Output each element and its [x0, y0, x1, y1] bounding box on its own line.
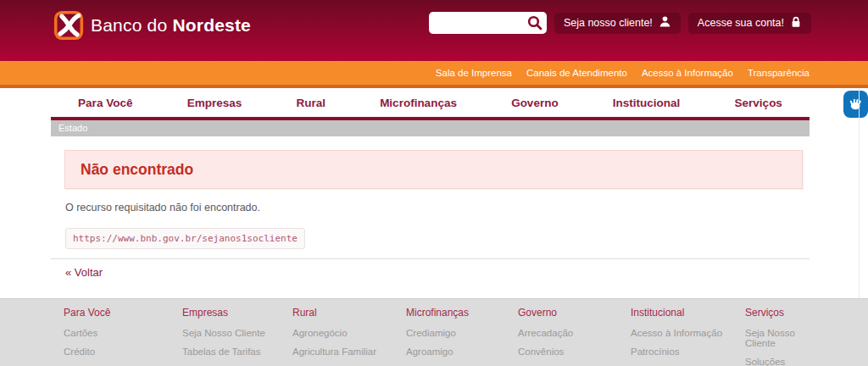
footer-link[interactable]: Patrocínios: [631, 347, 745, 357]
logo-text: Banco do Nordeste: [91, 15, 251, 36]
error-alert: Não encontrado: [64, 150, 803, 189]
utility-bar: Sala de Imprensa Canais de Atendimento A…: [0, 61, 868, 88]
footer-link[interactable]: Soluções Digitais: [745, 357, 810, 366]
footer-col-title[interactable]: Microfinanças: [406, 307, 518, 319]
nav-empresas[interactable]: Empresas: [187, 97, 242, 109]
nav-microfinancas[interactable]: Microfinanças: [380, 97, 457, 109]
footer-link[interactable]: Acesso à Informação: [631, 328, 745, 338]
footer-link[interactable]: Crediamigo: [406, 328, 518, 338]
error-message: O recurso requisitado não foi encontrado…: [65, 202, 260, 214]
footer-col-para-voce: Para Você Cartões Crédito Financiamento …: [64, 307, 182, 366]
requested-url: https://www.bnb.gov.br/sejanos1socliente: [65, 228, 305, 249]
utility-links: Sala de Imprensa Canais de Atendimento A…: [436, 68, 810, 78]
back-link[interactable]: « Voltar: [65, 266, 103, 279]
content-right-border: [859, 88, 860, 298]
footer-link[interactable]: Cartões: [64, 328, 182, 338]
footer-col-empresas: Empresas Seja Nosso Cliente Tabelas de T…: [182, 307, 292, 366]
bnb-error-page: Banco do Nordeste Seja nosso cliente! Ac…: [0, 0, 868, 366]
site-footer: Para Você Cartões Crédito Financiamento …: [0, 298, 868, 366]
footer-link[interactable]: Agronegócio: [292, 328, 406, 338]
breadcrumb: Estado: [51, 120, 810, 136]
footer-col-title[interactable]: Para Você: [64, 307, 182, 319]
footer-link[interactable]: Crédito: [64, 347, 182, 357]
link-acesso-a-informacao[interactable]: Acesso à Informação: [642, 68, 733, 78]
footer-col-title[interactable]: Rural: [292, 307, 406, 319]
person-icon: [659, 15, 671, 30]
search-box: [429, 12, 547, 34]
access-account-label: Acesse sua conta!: [698, 17, 784, 29]
footer-col-servicos: Serviços Seja Nosso Cliente Soluções Dig…: [745, 307, 810, 366]
footer-col-microfinancas: Microfinanças Crediamigo Agroamigo: [406, 307, 518, 366]
lock-icon: [790, 15, 802, 30]
footer-col-title[interactable]: Serviços: [745, 307, 810, 319]
footer-col-governo: Governo Arrecadação Convênios Jurídico: [518, 307, 631, 366]
footer-link[interactable]: Arrecadação: [518, 328, 631, 338]
footer-col-institucional: Institucional Acesso à Informação Patroc…: [631, 307, 745, 366]
become-client-button[interactable]: Seja nosso cliente!: [554, 13, 681, 34]
vlibras-accessibility-button[interactable]: [843, 91, 868, 118]
error-title: Não encontrado: [81, 161, 193, 179]
footer-link[interactable]: Seja Nosso Cliente: [745, 328, 810, 348]
search-icon[interactable]: [526, 14, 543, 31]
divider: [51, 258, 810, 259]
hands-icon: [848, 96, 865, 113]
footer-link[interactable]: Agroamigo: [406, 347, 518, 357]
access-account-button[interactable]: Acesse sua conta!: [688, 13, 811, 34]
footer-link[interactable]: Tabelas de Tarifas: [182, 347, 292, 357]
footer-col-title[interactable]: Empresas: [182, 307, 292, 319]
footer-columns: Para Você Cartões Crédito Financiamento …: [64, 299, 810, 366]
footer-col-rural: Rural Agronegócio Agricultura Familiar: [292, 307, 406, 366]
become-client-label: Seja nosso cliente!: [564, 17, 653, 29]
nav-para-voce[interactable]: Para Você: [78, 97, 132, 109]
nav-servicos[interactable]: Serviços: [735, 97, 782, 109]
bnb-logo-icon: [53, 10, 84, 41]
footer-link[interactable]: Agricultura Familiar: [292, 347, 406, 357]
main-nav: Para Você Empresas Rural Microfinanças G…: [51, 88, 810, 117]
nav-governo[interactable]: Governo: [511, 97, 559, 109]
breadcrumb-label: Estado: [58, 123, 87, 133]
footer-link[interactable]: Seja Nosso Cliente: [182, 328, 292, 338]
bnb-logo[interactable]: Banco do Nordeste: [53, 10, 251, 41]
footer-link[interactable]: Convênios: [518, 347, 631, 357]
nav-institucional[interactable]: Institucional: [613, 97, 681, 109]
link-sala-de-imprensa[interactable]: Sala de Imprensa: [436, 68, 512, 78]
nav-rural[interactable]: Rural: [296, 97, 326, 109]
link-transparencia[interactable]: Transparência: [748, 68, 810, 78]
footer-col-title[interactable]: Institucional: [631, 307, 745, 319]
site-header: Banco do Nordeste Seja nosso cliente! Ac…: [0, 0, 868, 61]
header-actions: Seja nosso cliente! Acesse sua conta!: [429, 12, 811, 34]
link-canais-de-atendimento[interactable]: Canais de Atendimento: [526, 68, 627, 78]
search-input[interactable]: [434, 14, 522, 31]
footer-col-title[interactable]: Governo: [518, 307, 631, 319]
